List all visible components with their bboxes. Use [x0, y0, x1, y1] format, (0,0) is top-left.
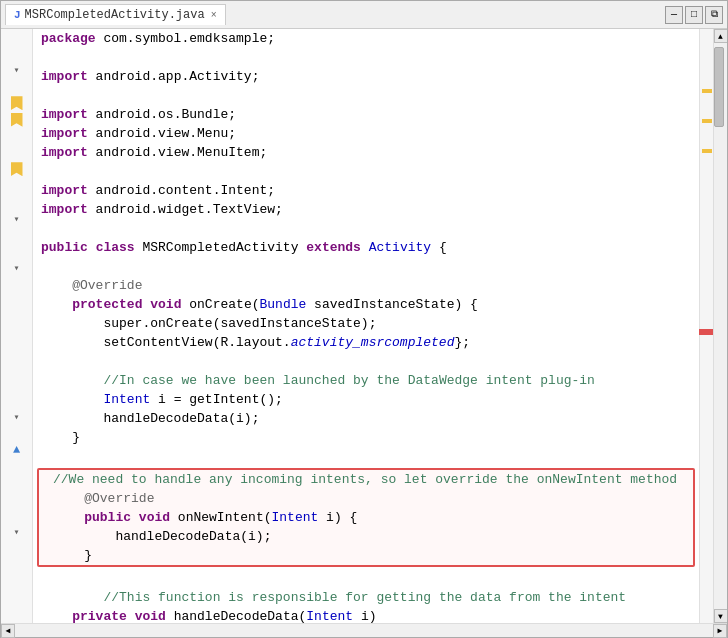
gutter-item [1, 194, 32, 211]
gutter-item [1, 491, 32, 508]
gutter-item [1, 310, 32, 327]
fold-open-icon[interactable] [13, 213, 19, 225]
gutter-item [1, 607, 32, 624]
code-content: @Override [33, 276, 142, 295]
marker-yellow-2 [702, 119, 712, 123]
scroll-left-button[interactable]: ◀ [1, 624, 15, 638]
code-content: handleDecodeData(i); [33, 409, 259, 428]
right-markers [699, 29, 713, 623]
code-content: //This function is responsible for getti… [33, 588, 626, 607]
fold-up-icon[interactable]: ▲ [13, 443, 20, 457]
code-line: //In case we have been launched by the D… [33, 371, 699, 390]
code-line: package com.symbol.emdksample; [33, 29, 699, 48]
gutter-item [1, 161, 32, 178]
horizontal-scrollbar[interactable]: ◀ ▶ [1, 623, 727, 637]
code-line: @Override [33, 276, 699, 295]
code-content: } [33, 428, 80, 447]
gutter-item [1, 46, 32, 63]
code-content: protected void onCreate(Bundle savedInst… [33, 295, 478, 314]
gutter-item [1, 425, 32, 442]
gutter-item [1, 277, 32, 294]
gutter-item [1, 343, 32, 360]
code-content: import android.os.Bundle; [33, 105, 236, 124]
code-line: } [33, 428, 699, 447]
gutter-item: ▲ [1, 442, 32, 459]
code-content: Intent i = getIntent(); [33, 390, 283, 409]
code-line [33, 86, 699, 105]
code-line [33, 447, 699, 466]
code-line: setContentView(R.layout.activity_msrcomp… [33, 333, 699, 352]
bookmark-icon [11, 113, 23, 127]
code-line: super.onCreate(savedInstanceState); [33, 314, 699, 333]
scroll-thumb[interactable] [714, 47, 724, 127]
gutter-item [1, 326, 32, 343]
code-content: import android.content.Intent; [33, 181, 275, 200]
gutter-item [1, 508, 32, 525]
gutter-item [1, 574, 32, 591]
gutter-item [1, 541, 32, 558]
scroll-h-track[interactable] [15, 624, 713, 637]
fold-open-icon[interactable] [13, 411, 19, 423]
gutter-item [1, 590, 32, 607]
code-line [33, 569, 699, 588]
gutter-item [1, 29, 32, 46]
minimize-button[interactable]: — [665, 6, 683, 24]
code-line [33, 219, 699, 238]
code-line: import android.content.Intent; [33, 181, 699, 200]
gutter-item [1, 95, 32, 112]
code-line: import android.view.Menu; [33, 124, 699, 143]
fold-open-icon[interactable] [13, 64, 19, 76]
scroll-up-button[interactable]: ▲ [714, 29, 728, 43]
gutter-item [1, 62, 32, 79]
code-content: private void handleDecodeData(Intent i) [33, 607, 377, 623]
code-line: import android.os.Bundle; [33, 105, 699, 124]
gutter: ▲ [1, 29, 33, 623]
maximize-button[interactable]: □ [685, 6, 703, 24]
code-line [33, 352, 699, 371]
gutter-item [1, 211, 32, 228]
gutter-item [1, 409, 32, 426]
tab-label: MSRCompletedActivity.java [25, 8, 205, 22]
code-content: super.onCreate(savedInstanceState); [33, 314, 376, 333]
title-bar: J MSRCompletedActivity.java × — □ ⧉ [1, 1, 727, 29]
scroll-right-button[interactable]: ▶ [713, 624, 727, 638]
code-line: Intent i = getIntent(); [33, 390, 699, 409]
code-content: //In case we have been launched by the D… [33, 371, 595, 390]
code-area[interactable]: package com.symbol.emdksample;import and… [33, 29, 699, 623]
gutter-item [1, 128, 32, 145]
code-line [33, 48, 699, 67]
code-content: @Override [45, 489, 154, 508]
gutter-item [1, 557, 32, 574]
fold-open-icon[interactable] [13, 526, 19, 538]
code-line: import android.app.Activity; [33, 67, 699, 86]
tab-close-button[interactable]: × [211, 10, 217, 21]
code-line: public void onNewIntent(Intent i) { [39, 508, 693, 527]
code-line [33, 162, 699, 181]
gutter-item [1, 178, 32, 195]
gutter-item [1, 359, 32, 376]
highlighted-code-block: //We need to handle any incoming intents… [37, 468, 695, 567]
code-content: public class MSRCompletedActivity extend… [33, 238, 447, 257]
restore-button[interactable]: ⧉ [705, 6, 723, 24]
gutter-item [1, 392, 32, 409]
editor-body: ▲ package com.symbol.emdksample;import a… [1, 29, 727, 623]
gutter-item [1, 260, 32, 277]
code-content: import android.app.Activity; [33, 67, 259, 86]
code-line: } [39, 546, 693, 565]
scroll-down-button[interactable]: ▼ [714, 609, 728, 623]
gutter-item [1, 112, 32, 129]
fold-open-icon[interactable] [13, 262, 19, 274]
scroll-track[interactable] [714, 43, 727, 609]
code-line: handleDecodeData(i); [33, 409, 699, 428]
editor-tab[interactable]: J MSRCompletedActivity.java × [5, 4, 226, 25]
marker-yellow-3 [702, 149, 712, 153]
gutter-item [1, 293, 32, 310]
gutter-item [1, 524, 32, 541]
bookmark-icon [11, 96, 23, 110]
java-file-icon: J [14, 9, 21, 21]
code-content: import android.view.Menu; [33, 124, 236, 143]
gutter-item [1, 227, 32, 244]
main-window: J MSRCompletedActivity.java × — □ ⧉ ▲ pa… [0, 0, 728, 638]
code-content: handleDecodeData(i); [45, 527, 271, 546]
vertical-scrollbar[interactable]: ▲ ▼ [713, 29, 727, 623]
